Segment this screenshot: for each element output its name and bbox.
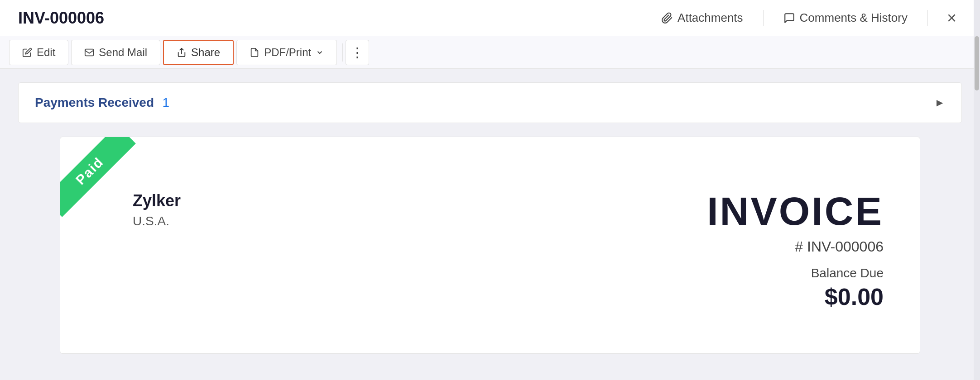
edit-label: Edit: [37, 46, 55, 59]
scrollbar[interactable]: [974, 0, 980, 380]
pdf-icon: [250, 48, 259, 57]
invoice-title: INV-000006: [18, 9, 104, 28]
toolbar: Edit Send Mail Share PDF/Print ⋮: [0, 36, 980, 69]
divider-2: [927, 10, 928, 26]
invoice-content: Zylker U.S.A. INVOICE # INV-000006 Balan…: [96, 164, 884, 310]
main-content: Payments Received 1 ► Paid Zylker U.S.A.…: [0, 69, 980, 380]
chevron-right-icon: ►: [934, 96, 945, 109]
mail-icon: [84, 48, 94, 57]
edit-icon: [22, 48, 32, 57]
company-country: U.S.A.: [133, 214, 181, 228]
balance-due-amount: $0.00: [707, 283, 884, 310]
divider: [763, 10, 764, 26]
paperclip-icon: [661, 12, 673, 24]
payments-received-count: 1: [163, 95, 170, 109]
invoice-heading: INVOICE: [707, 191, 884, 231]
top-bar-actions: Attachments Comments & History ×: [655, 5, 962, 31]
more-dots-label: ⋮: [351, 44, 364, 60]
comments-history-button[interactable]: Comments & History: [777, 6, 914, 29]
balance-due-label: Balance Due: [707, 266, 884, 280]
pdf-print-button[interactable]: PDF/Print: [236, 40, 337, 65]
more-options-button[interactable]: ⋮: [346, 40, 369, 65]
svg-rect-0: [85, 49, 93, 56]
share-button[interactable]: Share: [163, 40, 234, 65]
invoice-right: INVOICE # INV-000006 Balance Due $0.00: [707, 191, 884, 310]
payments-received-panel[interactable]: Payments Received 1 ►: [18, 82, 962, 123]
company-name: Zylker: [133, 191, 181, 210]
comment-icon: [783, 12, 795, 24]
invoice-number: # INV-000006: [707, 238, 884, 255]
invoice-card: Paid Zylker U.S.A. INVOICE # INV-000006 …: [60, 137, 920, 354]
send-mail-label: Send Mail: [99, 46, 147, 59]
send-mail-button[interactable]: Send Mail: [71, 40, 160, 65]
scrollbar-thumb[interactable]: [975, 36, 979, 90]
close-button[interactable]: ×: [942, 5, 962, 31]
edit-button[interactable]: Edit: [9, 40, 68, 65]
pdf-print-label: PDF/Print: [264, 46, 311, 59]
top-bar: INV-000006 Attachments Comments & Histor…: [0, 0, 980, 36]
payments-received-info: Payments Received 1: [35, 95, 169, 110]
comments-label: Comments & History: [800, 11, 908, 25]
invoice-left: Zylker U.S.A.: [96, 191, 181, 228]
attachments-button[interactable]: Attachments: [655, 6, 749, 29]
attachments-label: Attachments: [677, 11, 743, 25]
payments-received-label: Payments Received: [35, 95, 154, 109]
share-icon: [177, 48, 187, 57]
share-label: Share: [191, 46, 220, 59]
toolbar-divider: [342, 43, 343, 62]
chevron-down-icon: [316, 48, 324, 57]
